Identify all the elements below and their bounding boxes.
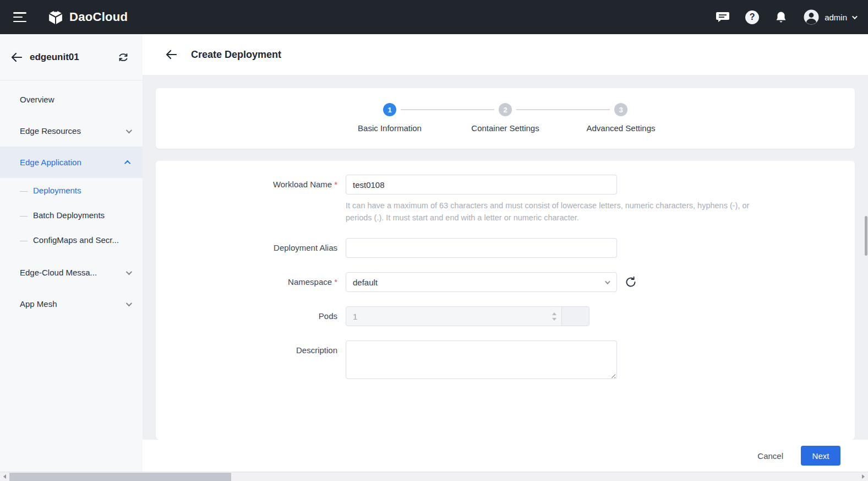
vertical-scrollbar[interactable]: [864, 34, 868, 472]
page-back-icon[interactable]: [166, 50, 177, 60]
namespace-control: default: [346, 272, 855, 292]
form-card: Workload Name* It can have a maximum of …: [156, 161, 855, 440]
step-label: Container Settings: [471, 123, 539, 133]
vertical-scrollbar-thumb[interactable]: [865, 216, 867, 256]
namespace-label: Namespace*: [156, 272, 337, 292]
spinner-down-icon: [552, 318, 556, 321]
namespace-selected-value: default: [353, 278, 378, 287]
dash-icon: —: [20, 236, 28, 245]
step-advanced-settings: 3 Advanced Settings: [563, 103, 679, 133]
description-label: Description: [156, 341, 337, 381]
page-content: 1 Basic Information 2 Container Settings…: [143, 75, 868, 440]
user-menu[interactable]: admin: [803, 9, 856, 25]
label-text: Deployment Alias: [274, 243, 337, 252]
help-icon[interactable]: ?: [745, 10, 759, 24]
menu-icon[interactable]: [13, 12, 28, 22]
sidebar-item-batch-deployments[interactable]: — Batch Deployments: [0, 203, 143, 228]
chevron-down-icon: [852, 14, 858, 19]
dash-icon: —: [20, 211, 28, 220]
sidebar-item-label: Edge Application: [20, 158, 126, 167]
step-number-badge: 1: [383, 103, 396, 116]
pods-addon: [561, 307, 589, 326]
form-row-deployment-alias: Deployment Alias: [156, 238, 855, 258]
sidebar: edgeunit01 Overview Edge Resources: [0, 34, 143, 472]
daocloud-logo-icon: [47, 9, 64, 25]
step-number-badge: 3: [614, 103, 627, 116]
form-row-pods: Pods: [156, 306, 855, 326]
step-basic-information: 1 Basic Information: [332, 103, 447, 133]
deployment-alias-label: Deployment Alias: [156, 238, 337, 258]
form-row-namespace: Namespace* default: [156, 272, 855, 292]
next-button[interactable]: Next: [801, 446, 840, 466]
switch-cluster-icon[interactable]: [117, 52, 129, 63]
user-name: admin: [825, 13, 847, 22]
chevron-down-icon: [605, 279, 610, 284]
step-connector: [401, 109, 494, 110]
required-mark: *: [334, 180, 337, 189]
pods-control: [346, 306, 855, 326]
pods-number-field: [346, 306, 589, 326]
workload-name-control: It can have a maximum of 63 characters a…: [346, 175, 855, 224]
pods-label: Pods: [156, 306, 337, 326]
step-connector: [516, 109, 610, 110]
description-control: [346, 341, 855, 381]
spinner-up-icon: [552, 312, 556, 315]
step-number-badge: 2: [499, 103, 512, 116]
page-header: Create Deployment: [143, 34, 868, 75]
app-root: DaoCloud ?: [0, 0, 868, 481]
step-label: Basic Information: [358, 123, 422, 133]
sidebar-item-label: Overview: [20, 95, 130, 104]
sidebar-item-edge-application[interactable]: Edge Application: [0, 147, 143, 178]
required-mark: *: [334, 277, 337, 287]
topbar-actions: ? admin: [716, 9, 856, 25]
scroll-left-arrow[interactable]: [0, 472, 9, 481]
workload-name-help: It can have a maximum of 63 characters a…: [346, 199, 751, 224]
sidebar-item-deployments[interactable]: — Deployments: [0, 178, 143, 203]
horizontal-scrollbar-thumb[interactable]: [9, 473, 231, 481]
cluster-name: edgeunit01: [30, 52, 117, 63]
sidebar-item-edge-cloud-message[interactable]: Edge-Cloud Messa...: [0, 257, 143, 288]
brand: DaoCloud: [47, 9, 128, 25]
stepper: 1 Basic Information 2 Container Settings…: [332, 103, 679, 133]
cancel-button[interactable]: Cancel: [757, 451, 783, 461]
topbar: DaoCloud ?: [0, 0, 868, 34]
chevron-down-icon: [126, 300, 132, 306]
scroll-right-arrow[interactable]: [859, 472, 868, 481]
brand-name: DaoCloud: [69, 10, 128, 24]
label-text: Description: [296, 345, 337, 355]
body: edgeunit01 Overview Edge Resources: [0, 34, 868, 472]
sidebar-item-app-mesh[interactable]: App Mesh: [0, 288, 143, 320]
sidebar-item-configmaps-secrets[interactable]: — ConfigMaps and Secr...: [0, 228, 143, 252]
main: Create Deployment 1 Basic Information 2: [143, 34, 868, 472]
deployment-alias-input[interactable]: [346, 238, 617, 258]
sidebar-nav: Overview Edge Resources Edge Application…: [0, 80, 143, 320]
sidebar-subitem-label: ConfigMaps and Secr...: [33, 235, 119, 245]
workload-name-label: Workload Name*: [156, 175, 337, 224]
help-glyph: ?: [745, 10, 759, 24]
chevron-down-icon: [126, 127, 132, 133]
page-title: Create Deployment: [191, 49, 281, 61]
label-text: Pods: [319, 311, 337, 321]
step-container-settings: 2 Container Settings: [447, 103, 563, 133]
refresh-icon[interactable]: [625, 276, 637, 288]
chat-icon[interactable]: [716, 10, 730, 24]
sidebar-item-label: Edge-Cloud Messa...: [20, 268, 126, 277]
horizontal-scrollbar[interactable]: [0, 472, 868, 481]
sidebar-item-overview[interactable]: Overview: [0, 84, 143, 115]
workload-name-input[interactable]: [346, 175, 617, 194]
deployment-alias-control: [346, 238, 855, 258]
bell-icon[interactable]: [774, 10, 788, 24]
step-label: Advanced Settings: [586, 123, 655, 133]
avatar-icon: [803, 9, 820, 25]
pods-input: [346, 307, 547, 326]
sidebar-item-label: App Mesh: [20, 299, 126, 309]
sidebar-subitem-label: Batch Deployments: [33, 210, 105, 220]
description-textarea[interactable]: [346, 341, 617, 379]
namespace-select[interactable]: default: [346, 272, 617, 292]
sidebar-back-icon[interactable]: [11, 52, 22, 62]
sidebar-item-edge-resources[interactable]: Edge Resources: [0, 115, 143, 147]
sidebar-header: edgeunit01: [0, 34, 143, 80]
dash-icon: —: [20, 186, 28, 195]
form-row-description: Description: [156, 341, 855, 381]
footer-bar: Cancel Next: [143, 440, 868, 472]
